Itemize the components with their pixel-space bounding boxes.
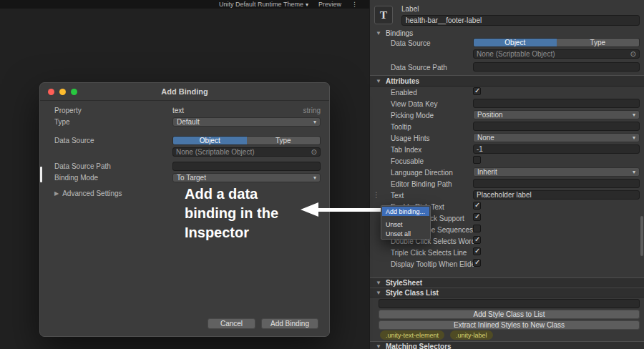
- style-class-list-section-header[interactable]: ▼ Style Class List: [370, 287, 644, 298]
- attributes-section-title: Attributes: [386, 77, 419, 85]
- minimize-window-button[interactable]: [59, 89, 66, 95]
- extract-inlined-styles-button[interactable]: Extract Inlined Styles to New Class: [379, 320, 640, 330]
- object-picker-icon[interactable]: ⊙: [630, 50, 636, 58]
- attr-label: Language Direction: [391, 169, 453, 177]
- menu-item-add-binding[interactable]: Add binding...: [382, 207, 429, 216]
- emoji-fallback-checkbox[interactable]: [473, 213, 481, 221]
- add-style-class-button[interactable]: Add Style Class to List: [379, 310, 640, 319]
- language-direction-dropdown[interactable]: Inherit ▾: [473, 167, 640, 177]
- object-field-row: None (Scriptable Object) ⊙: [54, 147, 321, 157]
- tab-index-field[interactable]: -1: [473, 144, 640, 154]
- text-field[interactable]: Placeholder label: [473, 190, 640, 200]
- foldout-open-icon: ▼: [376, 78, 381, 84]
- scriptable-object-field[interactable]: None (Scriptable Object) ⊙: [172, 147, 321, 157]
- language-direction-value: Inherit: [477, 168, 497, 176]
- parse-escape-sequences-checkbox[interactable]: [473, 225, 481, 232]
- advanced-settings-label: Advanced Settings: [62, 190, 122, 197]
- property-value: text: [172, 107, 184, 114]
- add-binding-button[interactable]: Add Binding: [261, 318, 318, 329]
- foldout-open-icon: ▼: [376, 30, 381, 36]
- usage-hints-value: None: [477, 134, 494, 142]
- data-source-path-label: Data Source Path: [54, 162, 172, 170]
- picking-mode-dropdown[interactable]: Position ▾: [473, 110, 640, 119]
- view-data-key-field[interactable]: [473, 99, 640, 108]
- bindings-section-title: Bindings: [386, 29, 413, 37]
- style-class-list-title: Style Class List: [386, 289, 439, 297]
- scriptable-object-value: None (Scriptable Object): [176, 148, 255, 156]
- menu-item-unset-all[interactable]: Unset all: [382, 229, 429, 238]
- editor-binding-path-field[interactable]: [473, 179, 640, 188]
- attribute-row: Editor Binding Path: [370, 178, 644, 190]
- attribute-row: Display Tooltip When Elided: [370, 258, 644, 270]
- data-source-path-label: Data Source Path: [391, 64, 447, 72]
- style-class-pills: .unity-text-element .unity-label: [380, 330, 493, 340]
- dialog-footer: Cancel Add Binding: [208, 318, 318, 329]
- scriptable-object-field[interactable]: None (Scriptable Object) ⊙: [473, 49, 640, 59]
- tooltip-field[interactable]: [473, 122, 640, 131]
- attr-label: Triple Click Selects Line: [391, 249, 467, 257]
- tab-type[interactable]: Type: [247, 137, 321, 144]
- display-tooltip-when-elided-checkbox[interactable]: [473, 259, 481, 267]
- binding-type-value: Default: [177, 118, 200, 126]
- matching-selectors-section-header[interactable]: ▼ Matching Selectors: [370, 341, 644, 349]
- stylesheet-section-header[interactable]: ▼ StyleSheet: [370, 277, 644, 287]
- cancel-button[interactable]: Cancel: [208, 318, 255, 329]
- scriptable-object-value: None (Scriptable Object): [477, 50, 555, 58]
- object-picker-icon[interactable]: ⊙: [311, 148, 317, 156]
- attr-label: Picking Mode: [391, 112, 434, 119]
- data-source-label: Data Source: [54, 137, 172, 144]
- matching-selectors-title: Matching Selectors: [386, 343, 452, 349]
- double-click-selects-word-checkbox[interactable]: [473, 236, 481, 244]
- attr-label: Enabled: [391, 89, 417, 97]
- enable-rich-text-checkbox[interactable]: [473, 202, 481, 210]
- kebab-menu-icon[interactable]: ⋮: [351, 1, 358, 8]
- style-class-input[interactable]: [379, 299, 640, 308]
- annotation-line: Inspector: [185, 223, 278, 242]
- scrollbar-thumb[interactable]: [640, 216, 643, 256]
- enabled-checkbox[interactable]: [473, 87, 481, 95]
- picking-mode-value: Position: [477, 111, 503, 119]
- inspector-data-source-row: Data Source Object Type: [370, 37, 644, 49]
- property-type: string: [303, 107, 321, 114]
- triple-click-selects-line-checkbox[interactable]: [473, 247, 481, 255]
- class-pill[interactable]: .unity-label: [450, 330, 493, 340]
- bindings-section-foldout[interactable]: ▼ Bindings: [376, 29, 413, 37]
- attr-label: Text: [391, 192, 404, 200]
- attribute-row: Picking Mode Position ▾: [370, 109, 644, 121]
- attribute-row: Tab Index -1: [370, 144, 644, 155]
- dialog-titlebar[interactable]: Add Binding: [40, 83, 329, 101]
- attribute-row: Triple Click Selects Line: [370, 247, 644, 258]
- foldout-open-icon: ▼: [376, 343, 381, 349]
- zoom-window-button[interactable]: [71, 89, 77, 95]
- drag-handle-icon[interactable]: ⋮: [373, 191, 380, 199]
- focusable-checkbox[interactable]: [473, 156, 481, 164]
- attributes-section-header[interactable]: ▼ Attributes: [370, 75, 644, 87]
- theme-selector-dropdown[interactable]: Unity Default Runtime Theme ▾: [219, 1, 308, 8]
- preview-toggle[interactable]: Preview: [318, 1, 341, 8]
- usage-hints-dropdown[interactable]: None ▾: [473, 133, 640, 142]
- viewport-toolbar: Unity Default Runtime Theme ▾ Preview ⋮: [0, 0, 369, 9]
- annotation-arrow-head-icon: [301, 202, 318, 217]
- dialog-title: Add Binding: [161, 87, 208, 96]
- class-pill[interactable]: .unity-text-element: [380, 330, 444, 340]
- data-source-path-field[interactable]: [473, 62, 640, 72]
- close-window-button[interactable]: [48, 89, 54, 95]
- tab-object[interactable]: Object: [474, 39, 557, 46]
- attr-label: Tab Index: [391, 146, 421, 154]
- dialog-body: Property text string Type Default ▾: [40, 101, 329, 197]
- binding-type-dropdown[interactable]: Default ▾: [172, 117, 321, 127]
- tab-object[interactable]: Object: [173, 137, 247, 144]
- binding-context-menu: Add binding... Unset Unset all: [381, 205, 431, 240]
- menu-item-unset[interactable]: Unset: [382, 220, 429, 229]
- tab-type[interactable]: Type: [557, 39, 640, 46]
- attribute-row: Language Direction Inherit ▾: [370, 167, 644, 178]
- binding-mode-value: To Target: [177, 174, 206, 182]
- binding-mode-label: Binding Mode: [54, 174, 172, 182]
- element-name-field[interactable]: health-bar__footer-label: [401, 15, 640, 26]
- annotation-line: Add a data: [185, 185, 278, 204]
- chevron-down-icon: ▾: [633, 169, 635, 175]
- binding-mode-dropdown[interactable]: To Target ▾: [172, 173, 321, 182]
- data-source-label: Data Source: [391, 39, 431, 47]
- screen: Unity Default Runtime Theme ▾ Preview ⋮ …: [0, 0, 644, 349]
- data-source-path-field[interactable]: [172, 162, 321, 171]
